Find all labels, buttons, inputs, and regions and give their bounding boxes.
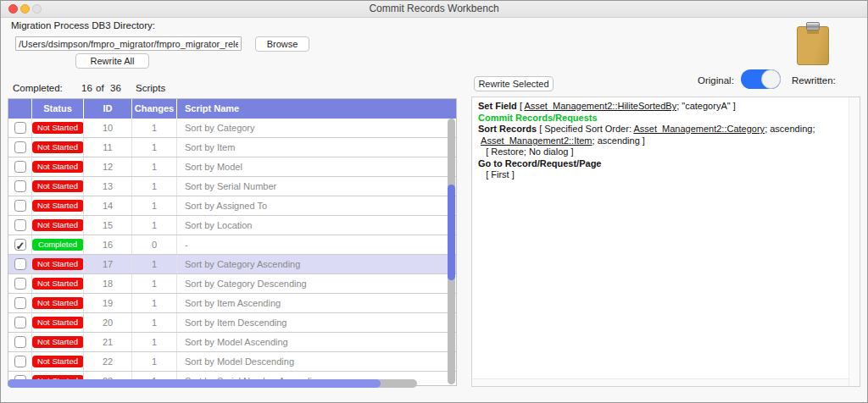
row-checkbox[interactable] (14, 297, 26, 309)
status-badge: Not Started (32, 161, 84, 173)
progress-of: of (96, 83, 104, 93)
row-id: 17 (83, 255, 131, 273)
script-line: [ First ] (478, 169, 844, 181)
row-changes: 1 (131, 255, 176, 273)
status-badge: Completed (32, 239, 84, 251)
status-badge: Not Started (32, 200, 84, 212)
table-horizontal-scrollbar[interactable] (8, 379, 417, 388)
status-badge: Not Started (32, 317, 84, 328)
header-id: ID (83, 99, 131, 119)
script-line: Go to Record/Request/Page (478, 158, 844, 170)
row-checkbox[interactable] (14, 141, 26, 153)
row-id: 21 (83, 333, 131, 351)
header-status: Status (31, 99, 83, 119)
rewrite-all-button[interactable]: Rewrite All (75, 53, 149, 69)
script-detail-area[interactable]: Set Field [ Asset_Management2::HiliteSor… (471, 97, 860, 387)
table-row[interactable]: Not Started 20 1 Sort by Item Descending (8, 313, 456, 333)
table-row[interactable]: Not Started 19 1 Sort by Item Ascending (8, 294, 456, 313)
rewritten-label: Rewritten: (792, 75, 836, 86)
original-rewritten-toggle[interactable] (741, 69, 781, 89)
script-line: Asset_Management2::Item; ascending ] (478, 135, 844, 147)
status-badge: Not Started (32, 180, 84, 192)
row-checkbox[interactable] (14, 278, 26, 290)
progress-total-count: 36 (110, 83, 121, 93)
table-row[interactable]: Not Started 14 1 Sort by Assigned To (8, 196, 456, 216)
progress-unit: Scripts (136, 83, 165, 93)
script-line: Commit Records/Requests (478, 113, 844, 124)
table-row[interactable]: Not Started 18 1 Sort by Category Descen… (8, 274, 456, 294)
row-changes: 1 (131, 216, 176, 235)
table-row[interactable]: Not Started 21 1 Sort by Model Ascending (8, 333, 456, 352)
directory-path-input[interactable] (15, 36, 242, 51)
table-row[interactable]: Not Started 22 1 Sort by Model Descendin… (8, 352, 456, 372)
row-checkbox[interactable] (14, 336, 26, 348)
row-changes: 1 (131, 352, 176, 371)
table-row[interactable]: Not Started 12 1 Sort by Model (8, 157, 456, 177)
titlebar: Commit Records Workbench (1, 1, 867, 18)
row-script-name: Sort by Item Ascending (176, 294, 456, 312)
status-badge: Not Started (32, 336, 84, 348)
status-badge: Not Started (32, 219, 84, 231)
row-changes: 1 (131, 274, 176, 293)
row-script-name: Sort by Assigned To (176, 196, 456, 215)
row-checkbox[interactable] (14, 200, 26, 212)
clipboard-icon-clip (806, 22, 820, 30)
row-id: 10 (83, 119, 131, 137)
row-checkbox[interactable] (14, 180, 26, 192)
directory-label: Migration Process DB3 Directory: (11, 20, 155, 30)
script-line: Sort Records [ Specified Sort Order: Ass… (478, 124, 844, 135)
row-changes: 1 (131, 196, 176, 215)
table-row[interactable]: Not Started 10 1 Sort by Category (8, 119, 456, 138)
table-vertical-scrollbar[interactable] (448, 119, 455, 384)
row-checkbox[interactable] (14, 258, 26, 270)
row-id: 18 (83, 274, 131, 293)
browse-button[interactable]: Browse (255, 36, 309, 52)
rewrite-selected-button[interactable]: Rewrite Selected (474, 76, 554, 91)
row-checkbox[interactable] (14, 122, 26, 134)
original-label: Original: (698, 75, 734, 86)
row-id: 12 (83, 157, 131, 176)
row-id: 22 (83, 352, 131, 371)
table-row[interactable]: Not Started 13 1 Sort by Serial Number (8, 177, 456, 196)
row-checkbox[interactable] (14, 239, 26, 251)
status-badge: Not Started (32, 297, 84, 309)
row-changes: 1 (131, 177, 176, 196)
table-row[interactable]: Completed 16 0 - (8, 235, 456, 255)
window-title: Commit Records Workbench (1, 1, 867, 17)
row-script-name: Sort by Item (176, 138, 456, 157)
toggle-knob[interactable] (761, 69, 781, 89)
table-row[interactable]: Not Started 11 1 Sort by Item (8, 138, 456, 157)
script-line: Set Field [ Asset_Management2::HiliteSor… (478, 101, 844, 113)
status-badge: Not Started (32, 141, 84, 153)
status-badge: Not Started (32, 356, 84, 367)
row-checkbox[interactable] (14, 356, 26, 367)
row-id: 20 (83, 313, 131, 332)
table-row[interactable]: Not Started 17 1 Sort by Category Ascend… (8, 255, 456, 274)
progress-label: Completed: (13, 83, 63, 93)
header-checkbox-column (8, 99, 31, 119)
row-script-name: Sort by Item Descending (176, 313, 456, 332)
table-horizontal-scrollbar-thumb[interactable] (8, 379, 381, 388)
table-vertical-scrollbar-thumb[interactable] (448, 185, 455, 280)
script-vertical-scrollbar[interactable] (849, 97, 860, 386)
row-checkbox[interactable] (14, 219, 26, 231)
script-line: [ Restore; No dialog ] (478, 146, 844, 158)
row-checkbox[interactable] (14, 317, 26, 328)
row-id: 16 (83, 235, 131, 254)
row-script-name: Sort by Location (176, 216, 456, 235)
row-changes: 1 (131, 313, 176, 332)
row-script-name: - (176, 235, 456, 254)
table-row[interactable]: Not Started 15 1 Sort by Location (8, 216, 456, 235)
row-id: 15 (83, 216, 131, 235)
app-window: Commit Records Workbench Migration Proce… (0, 0, 868, 403)
row-changes: 1 (131, 157, 176, 176)
row-id: 13 (83, 177, 131, 196)
header-changes: Changes (131, 99, 176, 119)
script-horizontal-scrollbar[interactable] (472, 378, 849, 386)
table-header: Status ID Changes Script Name (8, 99, 456, 119)
status-badge: Not Started (32, 258, 84, 270)
row-script-name: Sort by Category Ascending (176, 255, 456, 273)
row-script-name: Sort by Category Descending (176, 274, 456, 293)
status-badge: Not Started (32, 122, 84, 134)
row-checkbox[interactable] (14, 161, 26, 173)
